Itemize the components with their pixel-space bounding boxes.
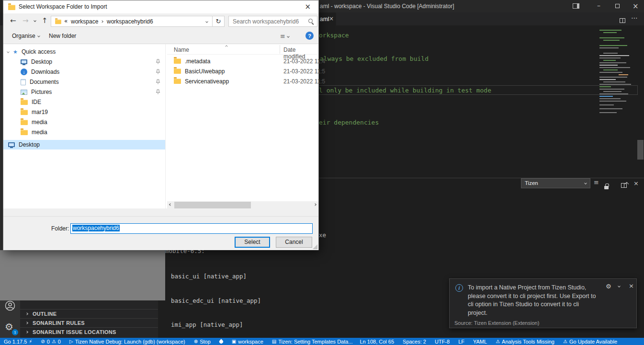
address-chevron-icon[interactable] (205, 20, 208, 23)
scroll-left-icon[interactable] (169, 203, 172, 206)
quick-access-item[interactable]: ★ Quick access (3, 47, 165, 57)
breadcrumb-segment[interactable]: workspace (71, 18, 98, 25)
search-input[interactable] (229, 16, 317, 26)
column-header-name[interactable]: Name (174, 46, 189, 53)
notification-settings-icon[interactable]: ⚙ (606, 283, 611, 290)
cancel-button[interactable]: Cancel (276, 237, 312, 248)
place-item-pictures[interactable]: Pictures (3, 87, 165, 97)
file-row-basicuiwebapp[interactable]: BasicUIwebapp 21-03-2022 11:5 (167, 66, 318, 76)
folder-icon (21, 120, 28, 125)
minimap[interactable] (599, 30, 637, 118)
panel-dropdown[interactable]: Tizen (521, 178, 590, 188)
panel-close-icon[interactable]: × (633, 180, 639, 187)
up-icon[interactable]: ↑ (42, 16, 48, 25)
status-go-version[interactable]: Go 1.17.5 ⚡ (4, 339, 32, 345)
refresh-button[interactable]: ↻ (213, 16, 225, 27)
terminal-line: imi_app [native_app] (171, 321, 268, 329)
place-item-downloads[interactable]: ↓ Downloads (3, 67, 165, 77)
place-item-documents[interactable]: Documents (3, 77, 165, 87)
column-separator[interactable] (280, 45, 280, 54)
status-indentation[interactable]: Spaces: 2 (403, 339, 426, 345)
status-debug-launch[interactable]: ▷ Tizen Native Debug: Launch (gdb) (work… (69, 339, 185, 345)
view-options-button[interactable]: ≡ (280, 33, 289, 40)
dialog-close-icon[interactable]: × (305, 2, 311, 11)
water-drop-icon (218, 339, 224, 344)
filter-icon[interactable]: ≡ (594, 179, 599, 186)
file-row-metadata[interactable]: .metadata 21-03-2022 11:4 (167, 56, 318, 66)
breadcrumb-segment[interactable]: workspacehybrid6 (107, 18, 153, 25)
history-chevron-icon[interactable] (34, 19, 36, 22)
select-button[interactable]: Select (235, 237, 270, 248)
minimap-line (603, 40, 620, 41)
folder-icon (174, 69, 181, 74)
status-stop[interactable]: ⊗ Stop (194, 339, 211, 345)
warning-icon: ⚠ (496, 339, 500, 344)
chevron-down-icon[interactable] (618, 285, 621, 288)
downloads-icon: ↓ (21, 69, 27, 75)
help-button[interactable]: ? (305, 32, 314, 40)
status-cursor-position[interactable]: Ln 108, Col 65 (360, 339, 394, 345)
new-folder-button[interactable]: New folder (49, 33, 76, 39)
place-item-desktop-selected[interactable]: Desktop (3, 140, 165, 150)
dialog-icon (8, 5, 15, 10)
sidebar-section-outline[interactable]: OUTLINE (20, 309, 158, 318)
status-encoding[interactable]: UTF-8 (435, 339, 450, 345)
search-icon[interactable] (308, 18, 314, 24)
scrollbar-thumb[interactable] (174, 202, 251, 208)
editor-scrollbar-thumb[interactable] (637, 140, 644, 160)
place-item-mar19[interactable]: mar19 (3, 107, 165, 117)
debug-play-icon: ▷ (69, 339, 73, 344)
layout-icon[interactable] (573, 3, 579, 9)
warnings-count: 0 (58, 339, 61, 345)
dimmed-sidebar-region (0, 250, 165, 300)
lock-icon[interactable] (604, 186, 609, 189)
quick-access-label: Quick access (22, 48, 56, 55)
folder-input[interactable]: workspacehybrid6 (70, 223, 313, 234)
place-label: Pictures (31, 89, 52, 95)
sidebar-section-sonarlint-issues[interactable]: SONARLINT ISSUE LOCATIONS (20, 327, 158, 336)
notification-close-icon[interactable]: × (629, 282, 634, 289)
minimap-line (599, 30, 621, 31)
tab-label[interactable]: aml (320, 16, 329, 23)
status-problems[interactable]: ⊘ 0 ⚠ 0 (41, 339, 61, 345)
terminal-output[interactable]: basic_ui [native_app] basic_edc_ui [nati… (171, 257, 268, 345)
minimap-line (599, 77, 627, 78)
status-tizen-device[interactable] (219, 340, 223, 344)
file-name: Servicenativeapp (185, 78, 229, 85)
file-row-servicenativeapp[interactable]: Servicenativeapp 21-03-2022 11:5 (167, 76, 318, 86)
place-item-media[interactable]: media (3, 117, 165, 127)
back-icon[interactable]: ← (10, 16, 16, 25)
split-editor-icon[interactable] (620, 18, 625, 23)
status-eol[interactable]: LF (458, 339, 464, 345)
status-bar: Go 1.17.5 ⚡ ⊘ 0 ⚠ 0 ▷ Tizen Native Debug… (0, 338, 644, 345)
breadcrumb-separator-icon[interactable] (101, 20, 103, 23)
search-box[interactable] (228, 16, 317, 27)
status-analysis-tools[interactable]: ⚠ Analysis Tools Missing (496, 339, 554, 345)
status-go-update[interactable]: ⚠ Go Update Available (563, 339, 617, 345)
status-tizen-templates[interactable]: ▤ Tizen: Setting Templates Data... (272, 339, 353, 345)
minimize-button[interactable]: – (597, 1, 600, 9)
breadcrumb-root[interactable]: « (64, 18, 68, 24)
account-icon[interactable] (4, 300, 16, 311)
maximize-button[interactable] (615, 4, 620, 8)
pane-divider[interactable] (165, 44, 166, 209)
sidebar-section-sonarlint-rules[interactable]: SONARLINT RULES (20, 318, 158, 327)
resize-grip[interactable] (313, 244, 317, 249)
place-label: mar19 (32, 109, 48, 115)
place-item-ide[interactable]: IDE (3, 97, 165, 107)
editor-more-actions-icon[interactable]: ⋯ (631, 14, 638, 22)
horizontal-scrollbar[interactable] (167, 201, 318, 209)
status-workspace[interactable]: ▣ workspace (232, 339, 263, 345)
status-language-mode[interactable]: YAML (473, 339, 487, 345)
address-bar[interactable]: « workspace workspacehybrid6 (51, 16, 213, 27)
minimap-line (603, 60, 616, 61)
organise-button[interactable]: Organise (12, 33, 40, 39)
dialog-toolbar: Organise New folder ≡ ? (3, 29, 318, 44)
place-item-media-2[interactable]: media (3, 127, 165, 137)
scroll-right-icon[interactable] (314, 203, 316, 206)
file-name: .metadata (185, 58, 210, 65)
tab-close-icon[interactable]: × (329, 15, 334, 22)
place-item-desktop[interactable]: Desktop (3, 57, 165, 67)
desktop-icon (21, 59, 27, 64)
window-close-button[interactable]: × (633, 2, 639, 11)
